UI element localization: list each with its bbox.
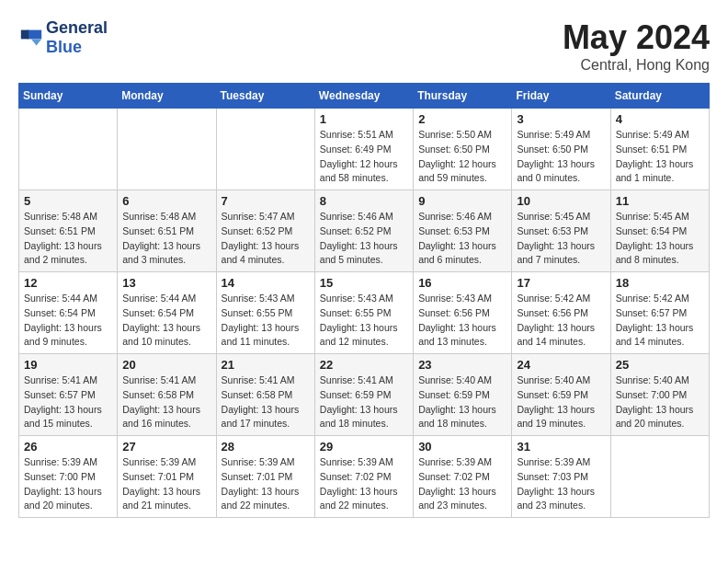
logo-text-line2: Blue bbox=[46, 38, 108, 57]
day-number: 24 bbox=[517, 358, 605, 372]
day-info: Sunrise: 5:43 AM Sunset: 6:55 PM Dayligh… bbox=[320, 292, 408, 350]
logo: General Blue bbox=[18, 18, 108, 57]
day-number: 3 bbox=[517, 112, 605, 126]
day-info: Sunrise: 5:41 AM Sunset: 6:57 PM Dayligh… bbox=[24, 373, 112, 431]
day-number: 26 bbox=[24, 440, 112, 454]
day-info: Sunrise: 5:40 AM Sunset: 6:59 PM Dayligh… bbox=[418, 373, 506, 431]
calendar-cell: 1Sunrise: 5:51 AM Sunset: 6:49 PM Daylig… bbox=[314, 109, 413, 190]
day-info: Sunrise: 5:41 AM Sunset: 6:58 PM Dayligh… bbox=[222, 373, 310, 431]
calendar-cell: 22Sunrise: 5:41 AM Sunset: 6:59 PM Dayli… bbox=[314, 354, 413, 436]
calendar-cell: 12Sunrise: 5:44 AM Sunset: 6:54 PM Dayli… bbox=[19, 272, 118, 354]
day-number: 28 bbox=[222, 440, 310, 454]
weekday-header-wednesday: Wednesday bbox=[314, 84, 413, 109]
calendar-week-row: 26Sunrise: 5:39 AM Sunset: 7:00 PM Dayli… bbox=[19, 436, 710, 518]
day-info: Sunrise: 5:49 AM Sunset: 6:51 PM Dayligh… bbox=[616, 128, 704, 186]
day-info: Sunrise: 5:44 AM Sunset: 6:54 PM Dayligh… bbox=[122, 292, 210, 350]
day-number: 16 bbox=[418, 276, 506, 290]
day-number: 7 bbox=[222, 194, 310, 208]
calendar-cell bbox=[19, 109, 118, 190]
calendar-cell: 24Sunrise: 5:40 AM Sunset: 6:59 PM Dayli… bbox=[512, 354, 610, 436]
calendar-cell: 15Sunrise: 5:43 AM Sunset: 6:55 PM Dayli… bbox=[314, 272, 413, 354]
day-number: 18 bbox=[616, 276, 704, 290]
day-info: Sunrise: 5:51 AM Sunset: 6:49 PM Dayligh… bbox=[320, 128, 408, 186]
day-number: 4 bbox=[616, 112, 704, 126]
calendar-cell: 27Sunrise: 5:39 AM Sunset: 7:01 PM Dayli… bbox=[118, 436, 216, 518]
day-info: Sunrise: 5:46 AM Sunset: 6:52 PM Dayligh… bbox=[320, 210, 408, 268]
calendar-week-row: 1Sunrise: 5:51 AM Sunset: 6:49 PM Daylig… bbox=[19, 109, 710, 190]
day-info: Sunrise: 5:39 AM Sunset: 7:03 PM Dayligh… bbox=[517, 455, 605, 513]
calendar-week-row: 19Sunrise: 5:41 AM Sunset: 6:57 PM Dayli… bbox=[19, 354, 710, 436]
calendar-week-row: 12Sunrise: 5:44 AM Sunset: 6:54 PM Dayli… bbox=[19, 272, 710, 354]
day-number: 27 bbox=[122, 440, 210, 454]
day-number: 23 bbox=[418, 358, 506, 372]
day-number: 20 bbox=[122, 358, 210, 372]
logo-text-line1: General bbox=[46, 18, 108, 38]
day-number: 31 bbox=[517, 440, 605, 454]
calendar-cell: 11Sunrise: 5:45 AM Sunset: 6:54 PM Dayli… bbox=[610, 190, 709, 272]
calendar-cell: 23Sunrise: 5:40 AM Sunset: 6:59 PM Dayli… bbox=[414, 354, 512, 436]
day-info: Sunrise: 5:49 AM Sunset: 6:50 PM Dayligh… bbox=[517, 128, 605, 186]
month-title: May 2024 bbox=[563, 18, 710, 57]
day-number: 19 bbox=[24, 358, 112, 372]
day-info: Sunrise: 5:39 AM Sunset: 7:01 PM Dayligh… bbox=[122, 455, 210, 513]
logo-icon bbox=[18, 25, 44, 51]
calendar-cell: 20Sunrise: 5:41 AM Sunset: 6:58 PM Dayli… bbox=[118, 354, 216, 436]
day-info: Sunrise: 5:39 AM Sunset: 7:01 PM Dayligh… bbox=[222, 455, 310, 513]
calendar-cell: 5Sunrise: 5:48 AM Sunset: 6:51 PM Daylig… bbox=[19, 190, 118, 272]
calendar-table: SundayMondayTuesdayWednesdayThursdayFrid… bbox=[18, 83, 710, 518]
calendar-cell: 2Sunrise: 5:50 AM Sunset: 6:50 PM Daylig… bbox=[414, 109, 512, 190]
day-number: 8 bbox=[320, 194, 408, 208]
day-info: Sunrise: 5:41 AM Sunset: 6:59 PM Dayligh… bbox=[320, 373, 408, 431]
weekday-header-row: SundayMondayTuesdayWednesdayThursdayFrid… bbox=[19, 84, 710, 109]
day-number: 29 bbox=[320, 440, 408, 454]
calendar-cell bbox=[610, 436, 709, 518]
calendar-cell: 7Sunrise: 5:47 AM Sunset: 6:52 PM Daylig… bbox=[216, 190, 314, 272]
location-title: Central, Hong Kong bbox=[563, 57, 710, 74]
calendar-cell: 14Sunrise: 5:43 AM Sunset: 6:55 PM Dayli… bbox=[216, 272, 314, 354]
page-header: General Blue May 2024 Central, Hong Kong bbox=[18, 18, 710, 74]
calendar-cell: 26Sunrise: 5:39 AM Sunset: 7:00 PM Dayli… bbox=[19, 436, 118, 518]
day-number: 9 bbox=[418, 194, 506, 208]
day-number: 11 bbox=[616, 194, 704, 208]
day-number: 6 bbox=[122, 194, 210, 208]
calendar-week-row: 5Sunrise: 5:48 AM Sunset: 6:51 PM Daylig… bbox=[19, 190, 710, 272]
day-info: Sunrise: 5:40 AM Sunset: 7:00 PM Dayligh… bbox=[616, 373, 704, 431]
calendar-cell: 9Sunrise: 5:46 AM Sunset: 6:53 PM Daylig… bbox=[414, 190, 512, 272]
day-number: 10 bbox=[517, 194, 605, 208]
calendar-cell: 8Sunrise: 5:46 AM Sunset: 6:52 PM Daylig… bbox=[314, 190, 413, 272]
calendar-cell: 17Sunrise: 5:42 AM Sunset: 6:56 PM Dayli… bbox=[512, 272, 610, 354]
day-info: Sunrise: 5:46 AM Sunset: 6:53 PM Dayligh… bbox=[418, 210, 506, 268]
day-info: Sunrise: 5:42 AM Sunset: 6:56 PM Dayligh… bbox=[517, 292, 605, 350]
weekday-header-thursday: Thursday bbox=[414, 84, 512, 109]
day-number: 15 bbox=[320, 276, 408, 290]
day-info: Sunrise: 5:43 AM Sunset: 6:55 PM Dayligh… bbox=[222, 292, 310, 350]
day-info: Sunrise: 5:44 AM Sunset: 6:54 PM Dayligh… bbox=[24, 292, 112, 350]
calendar-cell bbox=[216, 109, 314, 190]
day-number: 1 bbox=[320, 112, 408, 126]
day-info: Sunrise: 5:45 AM Sunset: 6:54 PM Dayligh… bbox=[616, 210, 704, 268]
day-info: Sunrise: 5:48 AM Sunset: 6:51 PM Dayligh… bbox=[24, 210, 112, 268]
calendar-cell: 3Sunrise: 5:49 AM Sunset: 6:50 PM Daylig… bbox=[512, 109, 610, 190]
calendar-cell: 29Sunrise: 5:39 AM Sunset: 7:02 PM Dayli… bbox=[314, 436, 413, 518]
day-number: 21 bbox=[222, 358, 310, 372]
day-number: 12 bbox=[24, 276, 112, 290]
calendar-cell: 4Sunrise: 5:49 AM Sunset: 6:51 PM Daylig… bbox=[610, 109, 709, 190]
calendar-cell: 16Sunrise: 5:43 AM Sunset: 6:56 PM Dayli… bbox=[414, 272, 512, 354]
calendar-cell: 6Sunrise: 5:48 AM Sunset: 6:51 PM Daylig… bbox=[118, 190, 216, 272]
day-info: Sunrise: 5:39 AM Sunset: 7:00 PM Dayligh… bbox=[24, 455, 112, 513]
svg-marker-1 bbox=[28, 30, 41, 40]
calendar-cell: 19Sunrise: 5:41 AM Sunset: 6:57 PM Dayli… bbox=[19, 354, 118, 436]
day-info: Sunrise: 5:39 AM Sunset: 7:02 PM Dayligh… bbox=[418, 455, 506, 513]
svg-rect-3 bbox=[21, 30, 28, 40]
weekday-header-monday: Monday bbox=[118, 84, 216, 109]
day-number: 13 bbox=[122, 276, 210, 290]
day-number: 2 bbox=[418, 112, 506, 126]
calendar-cell: 21Sunrise: 5:41 AM Sunset: 6:58 PM Dayli… bbox=[216, 354, 314, 436]
calendar-cell: 10Sunrise: 5:45 AM Sunset: 6:53 PM Dayli… bbox=[512, 190, 610, 272]
day-info: Sunrise: 5:42 AM Sunset: 6:57 PM Dayligh… bbox=[616, 292, 704, 350]
day-number: 17 bbox=[517, 276, 605, 290]
day-info: Sunrise: 5:43 AM Sunset: 6:56 PM Dayligh… bbox=[418, 292, 506, 350]
day-info: Sunrise: 5:50 AM Sunset: 6:50 PM Dayligh… bbox=[418, 128, 506, 186]
day-number: 14 bbox=[222, 276, 310, 290]
weekday-header-tuesday: Tuesday bbox=[216, 84, 314, 109]
